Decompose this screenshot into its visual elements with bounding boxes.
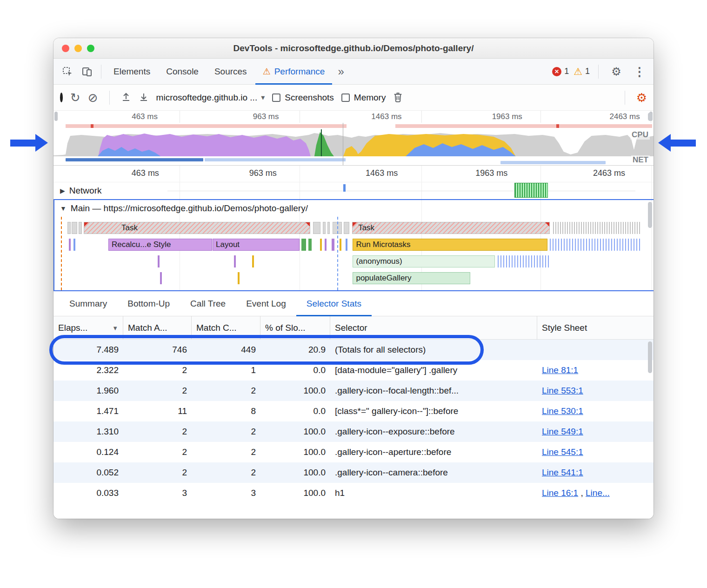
column-header-pct-slow[interactable]: % of Slo... bbox=[260, 316, 330, 340]
event-tick[interactable] bbox=[346, 239, 347, 251]
event-tick[interactable] bbox=[301, 239, 306, 251]
close-button[interactable] bbox=[62, 45, 69, 52]
dense-events-region[interactable] bbox=[498, 255, 550, 267]
tab-performance[interactable]: ⚠ Performance bbox=[255, 59, 333, 85]
run-microtasks-bar[interactable]: Run Microtasks bbox=[353, 239, 547, 251]
table-row[interactable]: 0.052 2 2 100.0 .gallery-icon--camera::b… bbox=[53, 462, 654, 483]
tab-summary[interactable]: Summary bbox=[59, 291, 117, 316]
record-button[interactable] bbox=[60, 94, 63, 101]
settings-button[interactable]: ⚙ bbox=[607, 62, 626, 81]
memory-checkbox[interactable]: Memory bbox=[341, 93, 386, 103]
scrollbar-thumb[interactable] bbox=[648, 113, 652, 121]
history-select[interactable]: microsoftedge.github.io ... ▾ bbox=[156, 93, 265, 103]
task-fragment[interactable] bbox=[323, 222, 326, 234]
tab-selector-stats[interactable]: Selector Stats bbox=[296, 291, 372, 316]
event-tick[interactable] bbox=[160, 272, 162, 284]
error-badge[interactable]: ✕ 1 bbox=[552, 67, 569, 76]
capture-settings-button[interactable]: ⚙ bbox=[636, 92, 647, 104]
style-sheet-link[interactable]: Line 16:1 bbox=[542, 488, 578, 498]
populate-gallery-bar[interactable]: populateGallery bbox=[353, 272, 470, 284]
history-selected-value: microsoftedge.github.io ... bbox=[156, 93, 258, 103]
column-header-style-sheet[interactable]: Style Sheet bbox=[537, 316, 654, 340]
scrollbar-thumb[interactable] bbox=[648, 341, 652, 373]
layout-bar[interactable]: Layout bbox=[213, 239, 300, 251]
task-bar[interactable]: Task bbox=[352, 222, 550, 234]
load-profile-button[interactable] bbox=[121, 92, 131, 103]
minimize-button[interactable] bbox=[74, 45, 82, 52]
warning-badge[interactable]: ⚠ 1 bbox=[574, 67, 590, 76]
screenshots-checkbox[interactable]: Screenshots bbox=[272, 93, 334, 103]
style-sheet-link[interactable]: Line 81:1 bbox=[542, 365, 578, 375]
tab-bottom-up[interactable]: Bottom-Up bbox=[117, 291, 180, 316]
time-label: 463 ms bbox=[132, 168, 159, 178]
style-sheet-link[interactable]: Line 541:1 bbox=[542, 468, 583, 477]
more-menu-button[interactable]: ⋮ bbox=[630, 62, 649, 81]
dense-tasks-region[interactable] bbox=[553, 222, 640, 234]
collect-garbage-button[interactable] bbox=[393, 92, 403, 104]
network-request-block[interactable] bbox=[514, 183, 548, 198]
style-sheet-link[interactable]: Line 545:1 bbox=[542, 447, 583, 457]
more-tabs-button[interactable]: » bbox=[333, 59, 348, 85]
column-header-selector[interactable]: Selector bbox=[330, 316, 537, 340]
style-sheet-link[interactable]: Line 549:1 bbox=[542, 427, 583, 436]
dense-events-region[interactable] bbox=[550, 239, 640, 251]
style-sheet-link[interactable]: Line 530:1 bbox=[542, 406, 583, 416]
table-row[interactable]: 0.033 3 3 100.0 h1 Line 16:1 , Line... bbox=[53, 483, 654, 503]
style-sheet-link[interactable]: Line... bbox=[586, 488, 610, 498]
tab-call-tree[interactable]: Call Tree bbox=[180, 291, 236, 316]
task-bar[interactable]: Task bbox=[84, 222, 310, 234]
event-tick[interactable] bbox=[320, 239, 322, 251]
cell-match-attempts: 11 bbox=[123, 406, 192, 416]
scrollbar-thumb[interactable] bbox=[648, 202, 652, 228]
main-thread-track[interactable]: ▼ Main — https://microsoftedge.github.io… bbox=[53, 199, 654, 291]
clear-recording-button[interactable]: ⊘ bbox=[88, 92, 98, 104]
cell-elapsed: 0.033 bbox=[53, 488, 123, 498]
network-request-marker[interactable] bbox=[343, 184, 346, 192]
network-track[interactable]: ▶ Network bbox=[53, 182, 654, 199]
anonymous-function-bar[interactable]: (anonymous) bbox=[353, 255, 494, 267]
inspect-element-button[interactable] bbox=[58, 62, 77, 81]
cell-match-count: 3 bbox=[192, 488, 260, 498]
zoom-handle-left[interactable] bbox=[54, 112, 58, 121]
event-tick[interactable] bbox=[73, 239, 75, 251]
table-row[interactable]: 1.310 2 2 100.0 .gallery-icon--exposure:… bbox=[53, 421, 654, 442]
disclosure-expanded-icon[interactable]: ▼ bbox=[60, 205, 67, 212]
event-tick[interactable] bbox=[238, 272, 240, 284]
task-fragment[interactable] bbox=[67, 222, 70, 234]
event-tick[interactable] bbox=[340, 239, 341, 251]
cell-match-attempts: 2 bbox=[123, 365, 192, 375]
event-tick[interactable] bbox=[252, 255, 254, 267]
table-row[interactable]: 2.322 2 1 0.0 [data-module="gallery"] .g… bbox=[53, 360, 654, 381]
event-tick[interactable] bbox=[325, 239, 327, 251]
recalculate-style-bar[interactable]: Recalcu...e Style bbox=[108, 239, 212, 251]
task-fragment[interactable] bbox=[313, 222, 320, 234]
timeline-overview[interactable]: 463 ms 963 ms 1463 ms 1963 ms 2463 ms bbox=[53, 111, 654, 166]
zoom-button[interactable] bbox=[87, 45, 94, 52]
disclosure-collapsed-icon[interactable]: ▶ bbox=[60, 187, 65, 194]
event-tick[interactable] bbox=[234, 255, 236, 267]
event-tick[interactable] bbox=[69, 239, 71, 251]
table-row[interactable]: 1.960 2 2 100.0 .gallery-icon--focal-len… bbox=[53, 381, 654, 401]
tab-console[interactable]: Console bbox=[159, 59, 206, 85]
save-profile-button[interactable] bbox=[139, 92, 149, 103]
task-fragment[interactable] bbox=[327, 222, 330, 234]
task-fragment[interactable] bbox=[344, 222, 349, 234]
table-row-totals[interactable]: 7.489 746 449 20.9 (Totals for all selec… bbox=[53, 340, 654, 360]
reload-and-record-button[interactable]: ↻ bbox=[70, 92, 80, 104]
tab-sources[interactable]: Sources bbox=[207, 59, 254, 85]
event-tick[interactable] bbox=[158, 255, 160, 267]
column-header-match-attempts[interactable]: Match A... bbox=[123, 316, 192, 340]
table-row[interactable]: 0.124 2 2 100.0 .gallery-icon--aperture:… bbox=[53, 442, 654, 462]
event-tick[interactable] bbox=[308, 239, 312, 251]
cpu-activity-chart[interactable]: CPU bbox=[53, 129, 654, 156]
column-header-elapsed[interactable]: Elaps... ▼ bbox=[53, 316, 123, 340]
event-tick[interactable] bbox=[332, 239, 334, 251]
table-row[interactable]: 1.471 11 8 0.0 [class*=" gallery-icon--"… bbox=[53, 401, 654, 421]
tab-elements[interactable]: Elements bbox=[106, 59, 158, 85]
task-fragment[interactable] bbox=[79, 222, 82, 234]
column-header-match-count[interactable]: Match C... bbox=[192, 316, 260, 340]
tab-event-log[interactable]: Event Log bbox=[236, 291, 296, 316]
task-fragment[interactable] bbox=[72, 222, 77, 234]
style-sheet-link[interactable]: Line 553:1 bbox=[542, 386, 583, 395]
device-toolbar-button[interactable] bbox=[78, 62, 96, 81]
